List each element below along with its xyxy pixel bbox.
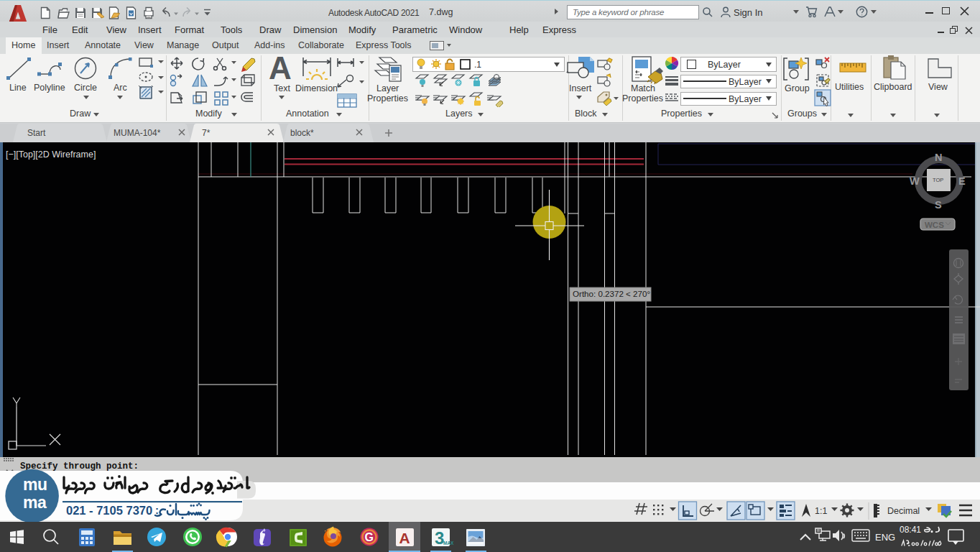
svg-text:S: S [935, 199, 942, 211]
svg-text:ENG: ENG [875, 532, 895, 543]
svg-text:block*: block* [290, 128, 314, 138]
svg-text:[−][Top][2D Wireframe]: [−][Top][2D Wireframe] [6, 150, 96, 160]
svg-text:WCS: WCS [925, 221, 944, 229]
svg-text:W: W [910, 175, 920, 187]
svg-text:.1: .1 [474, 60, 481, 70]
svg-text:MUMA-104*: MUMA-104* [114, 128, 161, 138]
svg-text::: : [155, 504, 159, 516]
svg-text:A: A [399, 530, 410, 546]
svg-text:mu: mu [23, 475, 47, 494]
svg-text:7*: 7* [202, 128, 211, 138]
svg-text:Decimal: Decimal [887, 506, 920, 516]
svg-text:TOP: TOP [933, 177, 943, 183]
svg-text:1:1: 1:1 [815, 506, 827, 516]
svg-text:N: N [935, 152, 942, 163]
svg-text:Start: Start [27, 128, 46, 138]
svg-text:021 - 7105 7370: 021 - 7105 7370 [66, 504, 152, 517]
svg-text:ma: ma [23, 493, 47, 512]
svg-text:E: E [958, 175, 966, 187]
svg-text:Ortho: 0.2372 < 270°: Ortho: 0.2372 < 270° [573, 289, 650, 298]
svg-text:MAX: MAX [443, 540, 454, 546]
svg-text:G: G [365, 531, 374, 543]
svg-text:08:41: 08:41 [900, 525, 921, 535]
